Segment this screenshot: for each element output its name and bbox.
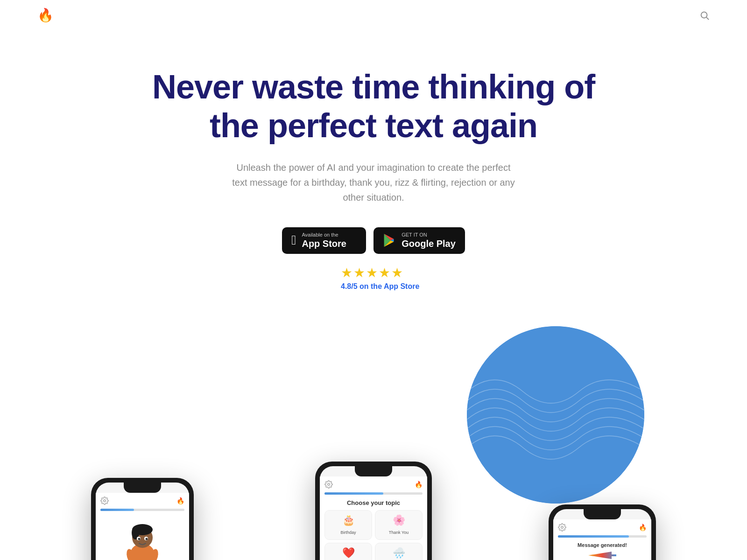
svg-line-1 <box>706 17 709 20</box>
phone-left-progress <box>100 509 184 511</box>
rating-area: ★ ★ ★ ★ ★ 4.8/5 on the App Store <box>341 265 654 291</box>
phone-right-screen: 🔥 Message generated! <box>553 509 651 560</box>
svg-point-2 <box>467 326 644 504</box>
flame-logo-icon: 🔥 <box>37 7 54 23</box>
phone-center-header: 🔥 <box>324 480 423 489</box>
phone-left-header: 🔥 <box>100 497 184 505</box>
gear-icon <box>100 497 109 505</box>
svg-point-0 <box>701 12 707 18</box>
arrow-icon <box>588 551 616 560</box>
phone-right-flame: 🔥 <box>639 524 647 531</box>
svg-point-14 <box>328 483 330 486</box>
store-buttons:  Available on the App Store GET IT ON G… <box>93 227 654 254</box>
generated-title: Message generated! <box>558 542 647 548</box>
search-icon[interactable] <box>699 10 710 21</box>
star-5: ★ <box>391 265 403 280</box>
phone-right-header: 🔥 <box>558 523 647 532</box>
star-2: ★ <box>353 265 365 280</box>
header: 🔥 <box>0 0 747 30</box>
rating-text: 4.8/5 on the App Store <box>341 282 419 291</box>
message-arrow <box>558 551 647 560</box>
apple-icon:  <box>291 234 296 247</box>
phone-right: 🔥 Message generated! <box>549 504 656 560</box>
phone-left-progress-fill <box>100 509 134 511</box>
character-svg <box>121 518 163 560</box>
phone-right-progress <box>558 535 647 538</box>
topic-title: Choose your topic <box>324 499 423 506</box>
google-play-icon <box>383 234 396 247</box>
gear-icon-right <box>558 523 566 532</box>
phone-center-screen: 🔥 Choose your topic 🎂 Birthday 🌸 Th <box>320 466 427 560</box>
phone-center-frame: 🔥 Choose your topic 🎂 Birthday 🌸 Th <box>315 462 432 560</box>
google-play-button[interactable]: GET IT ON Google Play <box>374 227 465 254</box>
svg-marker-16 <box>588 552 616 559</box>
topic-love[interactable]: ❤️ Love <box>324 543 372 560</box>
phone-left-screen: 🔥 <box>96 483 189 560</box>
app-store-name: App Store <box>302 238 346 249</box>
phone-center: 🔥 Choose your topic 🎂 Birthday 🌸 Th <box>315 462 432 560</box>
star-rating: ★ ★ ★ ★ ★ <box>341 265 403 280</box>
phone-center-progress <box>324 492 423 495</box>
blue-circle-waves <box>467 326 644 504</box>
phone-left-notch <box>124 483 161 493</box>
topic-birthday[interactable]: 🎂 Birthday <box>324 510 372 540</box>
phone-left-flame: 🔥 <box>176 497 184 504</box>
star-4: ★ <box>379 265 390 280</box>
google-play-top-label: GET IT ON <box>402 232 456 238</box>
star-3: ★ <box>366 265 378 280</box>
thankyou-label: Thank You <box>389 530 409 535</box>
phone-left-frame: 🔥 <box>91 478 194 560</box>
gear-icon-center <box>324 480 333 489</box>
hero-title: Never waste time thinking of the perfect… <box>93 68 654 145</box>
phone-character <box>100 516 184 560</box>
app-store-top-label: Available on the <box>302 232 346 238</box>
hero-section: Never waste time thinking of the perfect… <box>0 30 747 317</box>
phone-center-progress-fill <box>324 492 383 495</box>
love-emoji: ❤️ <box>327 547 370 559</box>
star-1: ★ <box>341 265 352 280</box>
google-play-name: Google Play <box>402 238 456 249</box>
phones-section: 🔥 <box>0 326 747 560</box>
phone-right-notch <box>584 509 621 519</box>
phone-center-notch <box>355 466 392 476</box>
svg-point-11 <box>146 538 148 540</box>
app-store-button[interactable]:  Available on the App Store <box>282 227 366 254</box>
birthday-label: Birthday <box>340 530 356 535</box>
phone-right-progress-fill <box>558 535 629 538</box>
header-actions <box>699 10 710 21</box>
svg-point-15 <box>561 526 564 529</box>
thankyou-emoji: 🌸 <box>377 514 420 526</box>
svg-point-3 <box>104 500 106 502</box>
birthday-emoji: 🎂 <box>327 514 370 526</box>
svg-point-10 <box>138 538 141 540</box>
logo[interactable]: 🔥 <box>37 7 54 23</box>
phone-center-flame: 🔥 <box>415 481 423 488</box>
topic-grid: 🎂 Birthday 🌸 Thank You ❤️ Love 🌧️ <box>324 510 423 560</box>
topic-thankyou[interactable]: 🌸 Thank You <box>375 510 423 540</box>
topic-missing[interactable]: 🌧️ Missing You <box>375 543 423 560</box>
missing-emoji: 🌧️ <box>377 547 420 559</box>
phone-right-frame: 🔥 Message generated! <box>549 504 656 560</box>
hero-subtitle: Unleash the power of AI and your imagina… <box>229 160 518 205</box>
phone-left: 🔥 <box>91 478 194 560</box>
